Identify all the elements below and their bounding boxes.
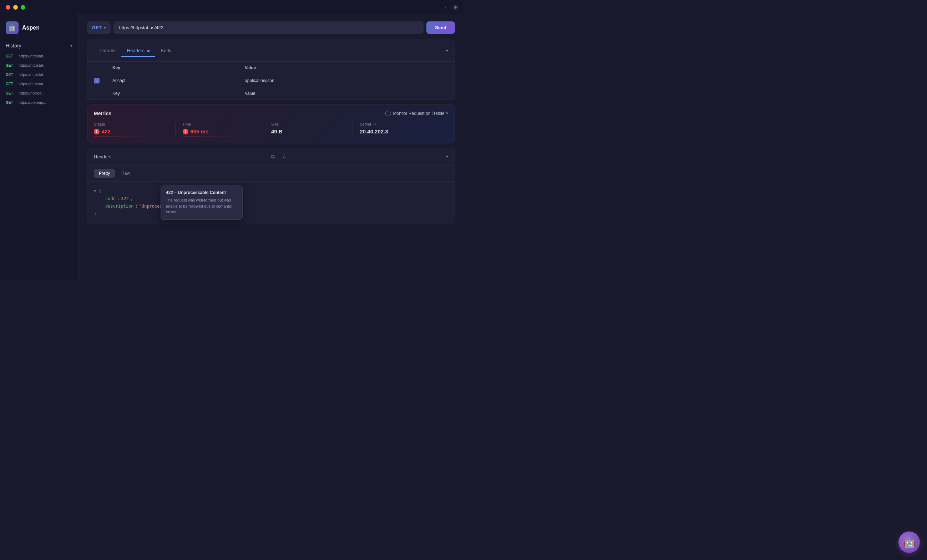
method-label: GET (92, 25, 102, 30)
history-url: https://pokeapi... (18, 100, 47, 105)
history-url: https://notreal... (18, 91, 46, 95)
tab-pretty[interactable]: Pretty (94, 169, 115, 178)
method-badge: GET (6, 73, 16, 77)
metrics-panel: Metrics i Monitor Request on Treblle > S… (87, 105, 455, 143)
checkbox-cell[interactable] (87, 87, 106, 100)
method-badge: GET (6, 91, 16, 95)
response-headers-label: Headers (94, 154, 111, 159)
method-badge: GET (6, 64, 16, 67)
request-panel-header: Params Headers Body ▾ (87, 40, 454, 62)
time-underline (183, 137, 242, 137)
code-line: description : "Unprocessable Entity" (94, 203, 448, 211)
tooltip-title: 422 – Unprocessable Content (166, 190, 237, 195)
history-url: https://httpstat... (18, 54, 46, 58)
header-key-cell[interactable]: Accept (106, 74, 239, 87)
method-badge: GET (6, 54, 16, 58)
close-brace: } (94, 211, 96, 218)
title-bar-actions: + ⊞ (444, 4, 458, 11)
url-bar: GET ▾ Send (87, 21, 455, 34)
method-selector[interactable]: GET ▾ (87, 21, 111, 34)
chevron-down-icon: ▾ (70, 43, 73, 48)
header-value-cell[interactable]: application/json (239, 74, 454, 87)
response-panel: Headers ⧉ ⇩ ▾ Pretty Raw ▼ { code : (87, 148, 455, 224)
method-badge: GET (6, 82, 16, 86)
dropdown-arrow-icon: ▾ (104, 26, 106, 30)
add-tab-icon[interactable]: + (444, 4, 447, 11)
code-body: ▼ { code : 422 , description : "Unproces… (87, 182, 454, 224)
metric-size-value: 49 B (271, 128, 345, 135)
list-item[interactable]: GET https://pokeapi... (0, 98, 78, 107)
table-row: ✓ Accept application/json (87, 74, 454, 87)
metrics-header: Metrics i Monitor Request on Treblle > (94, 111, 448, 116)
metric-status-value: ! 422 (94, 128, 168, 135)
title-bar: + ⊞ (0, 0, 464, 14)
collapse-response-icon[interactable]: ▾ (446, 154, 448, 159)
method-badge: GET (6, 100, 16, 105)
list-item[interactable]: GET https://httpstat... (0, 52, 78, 61)
metric-time-label: Time (183, 122, 257, 126)
format-tabs: Pretty Raw (87, 165, 454, 182)
error-icon: ! (94, 129, 100, 135)
checkbox-cell[interactable]: ✓ (87, 74, 106, 87)
key-col-header: Key (106, 62, 239, 74)
history-header[interactable]: History ▾ (0, 40, 78, 52)
metric-ip-label: Server IP (360, 122, 434, 126)
monitor-link[interactable]: i Monitor Request on Treblle > (385, 111, 448, 116)
metric-status-label: Status (94, 122, 168, 126)
history-url: https://httpstat... (18, 63, 46, 67)
metric-ip-value: 20.40.202.3 (360, 128, 434, 135)
headers-table: Key Value ✓ Accept application/json K (87, 62, 454, 100)
metric-size-label: Size (271, 122, 345, 126)
tab-dot (147, 50, 149, 52)
tab-body[interactable]: Body (155, 45, 177, 57)
code-line: } (94, 211, 448, 218)
sidebar-header: 🤖 Aspen (0, 18, 78, 40)
tooltip-description: The request was well-formed but was unab… (166, 197, 237, 215)
monitor-link-label: Monitor Request on Treblle > (393, 111, 448, 116)
url-input[interactable] (114, 21, 424, 34)
history-url: https://httpstat... (18, 82, 46, 86)
app-name-label: Aspen (22, 24, 40, 31)
download-button[interactable]: ⇩ (280, 152, 289, 161)
send-button[interactable]: Send (426, 21, 455, 34)
metric-status: Status ! 422 (94, 122, 176, 137)
header-value-placeholder[interactable]: Value (239, 87, 454, 100)
table-row: Key Value (87, 87, 454, 100)
list-item[interactable]: GET https://httpstat... (0, 61, 78, 70)
metric-size: Size 49 B (271, 122, 353, 137)
app-body: 🤖 Aspen History ▾ GET https://httpstat..… (0, 14, 464, 280)
status-tooltip: 422 – Unprocessable Content The request … (161, 185, 243, 220)
metrics-title: Metrics (94, 111, 111, 116)
colon: : (135, 203, 137, 211)
status-underline (94, 137, 153, 137)
copy-button[interactable]: ⧉ (269, 152, 277, 161)
header-key-placeholder[interactable]: Key (106, 87, 239, 100)
code-line: ▼ { (94, 187, 448, 195)
tab-headers[interactable]: Headers (121, 45, 155, 57)
code-value: 422 (121, 195, 129, 203)
app-logo: 🤖 (6, 21, 18, 34)
sidebar: 🤖 Aspen History ▾ GET https://httpstat..… (0, 14, 79, 280)
checkbox-enabled[interactable]: ✓ (94, 78, 100, 83)
metric-time-value: ! 605 ms (183, 128, 257, 135)
code-line: code : 422 , (94, 195, 448, 203)
metrics-grid: Status ! 422 Time ! 605 ms Siz (94, 122, 448, 137)
tab-raw[interactable]: Raw (116, 169, 135, 178)
fullscreen-button[interactable] (21, 5, 25, 10)
collapse-icon[interactable]: ▾ (446, 48, 448, 53)
history-url: https://httpstat... (18, 73, 46, 77)
collapse-triangle[interactable]: ▼ (94, 188, 96, 194)
close-button[interactable] (6, 5, 11, 10)
response-actions: ⧉ ⇩ (269, 152, 289, 161)
split-view-icon[interactable]: ⊞ (453, 4, 458, 11)
list-item[interactable]: GET https://notreal... (0, 88, 78, 98)
desc-key: description (105, 203, 134, 211)
info-icon: i (385, 111, 391, 116)
tab-params[interactable]: Params (94, 45, 121, 57)
list-item[interactable]: GET https://httpstat... (0, 70, 78, 79)
metric-time: Time ! 605 ms (183, 122, 264, 137)
colon: : (117, 195, 120, 203)
list-item[interactable]: GET https://httpstat... (0, 79, 78, 88)
error-icon: ! (183, 129, 188, 135)
minimize-button[interactable] (13, 5, 18, 10)
